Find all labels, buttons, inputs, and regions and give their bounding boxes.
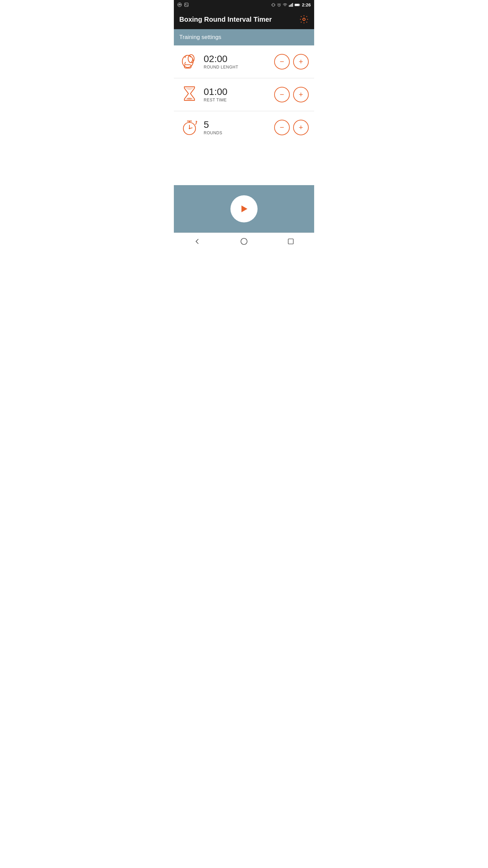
round-length-increase-button[interactable]: + bbox=[293, 54, 309, 70]
plus-icon: + bbox=[299, 124, 303, 131]
svg-rect-1 bbox=[185, 3, 188, 7]
training-settings-label: Training settings bbox=[179, 34, 221, 40]
round-length-row: 02:00 ROUND LENGHT − + bbox=[174, 45, 314, 78]
svg-rect-9 bbox=[292, 3, 293, 7]
round-length-label: ROUND LENGHT bbox=[204, 65, 274, 70]
rest-time-controls: − + bbox=[274, 87, 309, 102]
alarm-icon bbox=[277, 3, 281, 7]
hourglass-icon bbox=[181, 85, 198, 104]
rest-time-row: 01:00 REST TIME − + bbox=[174, 78, 314, 111]
rounds-info: 5 ROUNDS bbox=[204, 120, 274, 136]
gear-icon bbox=[299, 15, 309, 24]
back-button[interactable] bbox=[190, 235, 204, 248]
svg-rect-8 bbox=[291, 4, 292, 7]
rounds-label: ROUNDS bbox=[204, 131, 274, 135]
battery-icon bbox=[294, 3, 301, 7]
rest-time-value: 01:00 bbox=[204, 87, 274, 97]
gallery-icon bbox=[184, 2, 189, 7]
rounds-controls: − + bbox=[274, 120, 309, 135]
minus-icon: − bbox=[280, 91, 284, 98]
minus-icon: − bbox=[280, 58, 284, 65]
signal-icon bbox=[289, 3, 293, 7]
rounds-value: 5 bbox=[204, 120, 274, 130]
nav-bar bbox=[174, 233, 314, 250]
svg-rect-7 bbox=[290, 4, 291, 7]
home-button[interactable] bbox=[237, 235, 251, 248]
svg-rect-21 bbox=[288, 239, 293, 244]
svg-point-5 bbox=[285, 6, 285, 6]
play-button[interactable] bbox=[230, 195, 258, 222]
svg-point-20 bbox=[241, 238, 247, 244]
rest-time-icon-container bbox=[179, 84, 200, 105]
status-bar-left bbox=[177, 2, 189, 7]
rest-time-info: 01:00 REST TIME bbox=[204, 87, 274, 103]
minus-icon: − bbox=[280, 124, 284, 131]
training-settings-header: Training settings bbox=[174, 29, 314, 45]
main-content: 02:00 ROUND LENGHT − + bbox=[174, 45, 314, 185]
rest-time-decrease-button[interactable]: − bbox=[274, 87, 290, 102]
rest-time-label: REST TIME bbox=[204, 98, 274, 102]
round-length-decrease-button[interactable]: − bbox=[274, 54, 290, 70]
round-length-controls: − + bbox=[274, 54, 309, 70]
home-icon bbox=[240, 238, 248, 245]
vibrate-icon bbox=[271, 3, 276, 7]
spotify-icon bbox=[177, 2, 182, 7]
back-icon bbox=[194, 238, 201, 245]
svg-marker-19 bbox=[242, 205, 248, 212]
svg-rect-6 bbox=[289, 5, 290, 6]
empty-area bbox=[174, 144, 314, 184]
boxing-glove-icon bbox=[180, 52, 199, 72]
rest-time-increase-button[interactable]: + bbox=[293, 87, 309, 102]
status-bar: 2:26 bbox=[174, 0, 314, 9]
play-icon bbox=[239, 204, 249, 214]
recent-icon bbox=[287, 238, 294, 245]
svg-rect-11 bbox=[295, 4, 299, 5]
svg-point-2 bbox=[185, 4, 186, 4]
bottom-play-area bbox=[174, 185, 314, 233]
rounds-row: 5 ROUNDS − + bbox=[174, 111, 314, 144]
round-length-info: 02:00 ROUND LENGHT bbox=[204, 54, 274, 70]
rounds-icon-container bbox=[179, 117, 200, 138]
svg-point-12 bbox=[303, 18, 305, 21]
plus-icon: + bbox=[299, 91, 303, 98]
round-length-icon-container bbox=[179, 52, 200, 72]
settings-button[interactable] bbox=[299, 15, 309, 24]
svg-rect-3 bbox=[272, 3, 274, 6]
round-length-value: 02:00 bbox=[204, 54, 274, 64]
app-title: Boxing Round Interval Timer bbox=[179, 16, 272, 23]
rounds-increase-button[interactable]: + bbox=[293, 120, 309, 135]
recent-button[interactable] bbox=[284, 235, 298, 248]
svg-point-18 bbox=[189, 128, 190, 129]
status-bar-right: 2:26 bbox=[271, 2, 311, 7]
rounds-decrease-button[interactable]: − bbox=[274, 120, 290, 135]
svg-point-16 bbox=[186, 98, 192, 100]
wifi-icon bbox=[283, 2, 287, 7]
plus-icon: + bbox=[299, 58, 303, 65]
stopwatch-icon bbox=[181, 118, 198, 137]
toolbar: Boxing Round Interval Timer bbox=[174, 9, 314, 29]
status-time: 2:26 bbox=[302, 2, 311, 7]
